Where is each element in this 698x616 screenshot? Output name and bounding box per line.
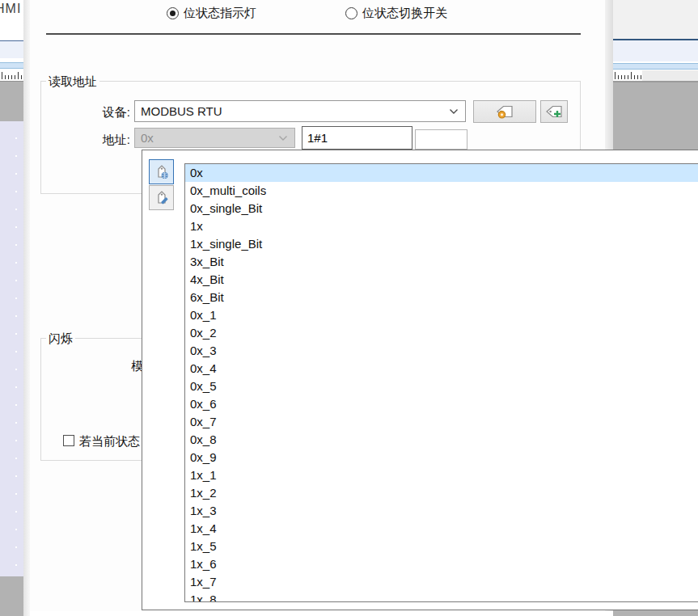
editor-canvas: [0, 121, 23, 576]
address-type-combobox[interactable]: 0x: [134, 128, 295, 148]
tag-add-icon: [544, 103, 565, 120]
address-type-option[interactable]: 0x_9: [185, 449, 698, 466]
radio-bit-lamp[interactable]: 位状态指示灯: [167, 6, 256, 21]
address-type-option[interactable]: 0x_single_Bit: [185, 200, 698, 217]
ruler-left: [0, 71, 23, 81]
tag-library-button[interactable]: [473, 100, 536, 123]
address-extra-field[interactable]: [415, 129, 467, 150]
address-type-dropdown-popup: 0x0x_multi_coils0x_single_Bit1x1x_single…: [142, 150, 698, 610]
state-condition-checkbox-label: 若当前状态: [79, 434, 140, 449]
address-type-option[interactable]: 1x_6: [185, 555, 698, 573]
address-type-option[interactable]: 1x_4: [185, 520, 698, 538]
part-type-radio-group: 位状态指示灯 位状态切换开关: [30, 0, 605, 27]
state-condition-checkbox[interactable]: [63, 435, 74, 446]
background-toolbar-band: [613, 40, 698, 61]
background-window-title: HMI: [0, 2, 21, 16]
address-type-option[interactable]: 1x_1: [185, 466, 698, 484]
address-type-option[interactable]: 1x_5: [185, 538, 698, 555]
address-value-input[interactable]: 1#1: [302, 126, 412, 150]
address-type-option[interactable]: 4x_Bit: [185, 271, 698, 289]
address-value-text: 1#1: [307, 131, 328, 145]
radio-bit-lamp-label: 位状态指示灯: [184, 6, 256, 21]
address-type-option[interactable]: 3x_Bit: [185, 253, 698, 271]
address-type-option[interactable]: 0x_3: [185, 342, 698, 360]
system-tags-button[interactable]: [149, 159, 174, 184]
divider: [613, 81, 698, 82]
screen: HMI 位状态指示灯 位状态切换开关: [0, 0, 698, 616]
background-gray-area: [0, 576, 23, 616]
address-type-option[interactable]: 1x_3: [185, 502, 698, 520]
chevron-down-icon[interactable]: [278, 135, 288, 141]
background-tab-band: [613, 63, 698, 70]
background-panel: [613, 0, 698, 39]
blink-group-title: 闪烁: [46, 331, 75, 347]
device-label: 设备:: [91, 105, 130, 120]
dialog-left-edge: [23, 0, 30, 616]
ruler-right: [613, 70, 642, 81]
address-type-option[interactable]: 6x_Bit: [185, 289, 698, 306]
address-type-option[interactable]: 0x_1: [185, 306, 698, 324]
address-type-option[interactable]: 0x_7: [185, 413, 698, 431]
add-tag-button[interactable]: [540, 100, 568, 123]
tag-globe-icon: [153, 163, 171, 181]
address-type-option[interactable]: 0x_5: [185, 378, 698, 395]
popup-bottom-gap: [30, 611, 613, 616]
address-type-option[interactable]: 0x_8: [185, 431, 698, 449]
background-gray-area: [0, 82, 23, 121]
tag-settings-icon: [494, 103, 515, 120]
address-type-option[interactable]: 0x_2: [185, 324, 698, 342]
address-type-option[interactable]: 1x: [185, 217, 698, 235]
background-left-panel: HMI: [0, 0, 23, 616]
address-type-option[interactable]: 1x_8: [185, 591, 698, 602]
background-tab-band: [0, 62, 23, 69]
section-separator: [46, 33, 581, 35]
background-toolbar-band: [0, 41, 23, 58]
device-combobox[interactable]: MODBUS RTU: [134, 100, 466, 122]
chevron-down-icon[interactable]: [449, 108, 459, 115]
read-address-group-title: 读取地址: [46, 74, 99, 90]
address-type-list: 0x0x_multi_coils0x_single_Bit1x1x_single…: [184, 163, 698, 602]
address-type-option[interactable]: 1x_7: [185, 573, 698, 591]
address-label: 地址:: [91, 133, 130, 148]
edit-tags-button[interactable]: [149, 185, 174, 210]
address-type-option[interactable]: 1x_single_Bit: [185, 235, 698, 253]
radio-selected-icon[interactable]: [167, 7, 179, 19]
address-type-option[interactable]: 1x_2: [185, 484, 698, 502]
tag-edit-icon: [153, 189, 171, 207]
address-type-option[interactable]: 0x_multi_coils: [185, 182, 698, 200]
address-type-combobox-value: 0x: [135, 131, 278, 145]
device-combobox-value: MODBUS RTU: [135, 104, 449, 118]
address-type-option[interactable]: 0x: [185, 164, 698, 182]
address-type-option[interactable]: 0x_4: [185, 360, 698, 378]
radio-bit-toggle-label: 位状态切换开关: [362, 6, 447, 21]
radio-unselected-icon[interactable]: [345, 7, 357, 19]
address-type-option[interactable]: 0x_6: [185, 395, 698, 413]
radio-bit-toggle-switch[interactable]: 位状态切换开关: [345, 6, 447, 21]
